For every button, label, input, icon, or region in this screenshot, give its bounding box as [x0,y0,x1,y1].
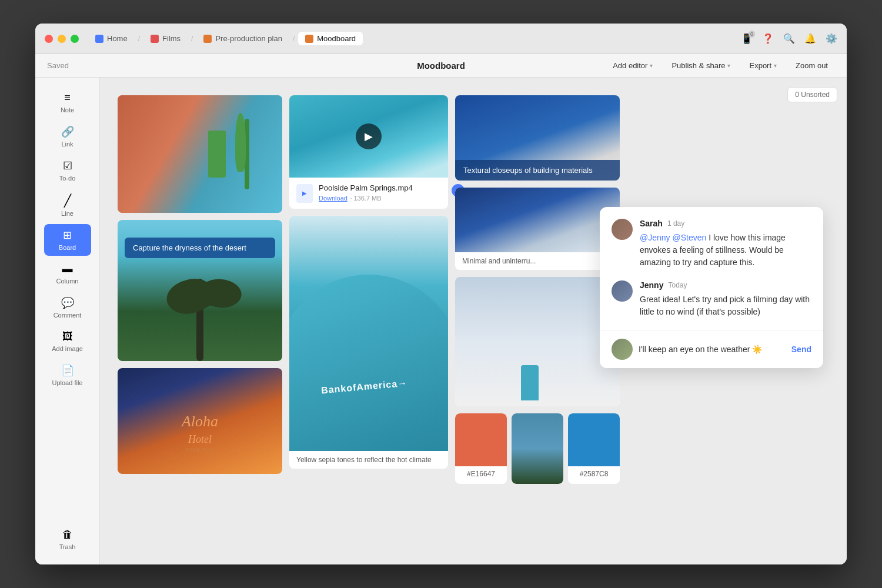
canvas: 0 Unsorted [100,78,847,564]
card-white-building [455,277,620,406]
add-editor-button[interactable]: Add editor ▾ [606,58,660,73]
video-thumbnail: ▶ [289,95,448,178]
titlebar-actions: 📱0 ❓ 🔍 🔔 ⚙️ [741,33,837,44]
comments-panel: Sarah 1 day @Jenny @Steven I love how th… [600,207,823,368]
export-button[interactable]: Export ▾ [742,58,784,73]
video-filesize: 136.7 MB [354,195,382,202]
mention-steven: @Steven [672,233,706,242]
trash-icon: 🗑 [62,529,73,541]
menubar-actions: Add editor ▾ Publish & share ▾ Export ▾ … [606,58,835,73]
help-icon[interactable]: ❓ [762,33,774,44]
maximize-button[interactable] [71,35,79,43]
sidebar-trash-label: Trash [59,543,76,550]
tab-sep-1: / [138,35,140,43]
minimize-button[interactable] [58,35,66,43]
comment-time-sarah: 1 day [667,219,684,228]
comment-content-sarah: Sarah 1 day @Jenny @Steven I love how th… [640,219,811,269]
comment-content-jenny: Jenny Today Great idea! Let's try and pi… [640,280,811,318]
sidebar-board-label: Board [59,244,76,251]
swatches-row: #E16647 #2587C8 [455,413,620,484]
card-minimal-arch-wrapper: 2 Minimal and uninterru... [455,188,620,270]
chevron-down-icon: ▾ [727,62,730,69]
comment-input-area: Send [600,330,823,368]
column-icon: ▬ [62,263,73,275]
sidebar-note-label: Note [61,106,74,113]
app-window: Home / Films / Pre-production plan / Moo… [35,24,847,564]
tab-home[interactable]: Home [88,32,135,45]
card-desert-text: Capture the dryness of the desert [118,220,282,361]
comment-icon: 💬 [61,296,74,309]
sidebar-item-column[interactable]: ▬ Column [44,258,91,289]
tab-films-icon [151,35,159,43]
settings-icon[interactable]: ⚙️ [826,33,837,44]
sidebar-add-image-label: Add image [52,345,83,352]
minimal-arch-caption: Minimal and uninterru... [455,252,620,270]
tab-preproduction[interactable]: Pre-production plan [196,32,289,45]
send-button[interactable]: Send [791,345,811,354]
comment-input[interactable] [639,345,786,354]
upload-file-icon: 📄 [61,364,74,377]
note-icon: ≡ [64,92,71,104]
tab-preproduction-icon [203,35,212,43]
play-button[interactable]: ▶ [356,123,382,149]
search-icon[interactable]: 🔍 [783,33,795,44]
device-badge: 0 [749,31,755,38]
line-icon: ╱ [64,193,71,208]
file-icon: ▶ [296,184,313,203]
sidebar-item-note[interactable]: ≡ Note [44,87,91,118]
sidebar-item-link[interactable]: 🔗 Link [44,121,91,152]
add-image-icon: 🖼 [62,330,73,343]
card-minimal-arch: Minimal and uninterru... [455,188,620,270]
color-hex-orange: #E16647 [455,466,507,482]
sidebar-line-label: Line [61,210,74,217]
comment-author-jenny: Jenny [640,280,663,290]
close-button[interactable] [45,35,53,43]
sidebar-upload-file-label: Upload file [52,379,83,386]
card-curved-building: BankofAmerica→ Yellow sepia tones to ref… [289,216,448,469]
tab-films-label: Films [162,34,181,43]
sidebar-item-line[interactable]: ╱ Line [44,189,91,222]
desert-text-overlay: Capture the dryness of the desert [125,238,275,258]
menubar: Saved Moodboard Add editor ▾ Publish & s… [35,54,847,78]
sidebar-item-trash[interactable]: 🗑 Trash [44,524,91,555]
publish-share-button[interactable]: Publish & share ▾ [664,58,737,73]
todo-icon: ☑ [63,159,72,172]
tab-moodboard[interactable]: Moodboard [298,32,363,45]
video-meta: Poolside Palm Springs.mp4 Download · 136… [319,183,441,203]
mention-jenny: @Jenny [640,233,670,242]
bell-icon[interactable]: 🔔 [804,33,816,44]
sidebar-todo-label: To-do [59,175,76,182]
sidebar-item-add-image[interactable]: 🖼 Add image [44,326,91,357]
comments-list: Sarah 1 day @Jenny @Steven I love how th… [600,207,823,330]
tab-films[interactable]: Films [143,32,188,45]
sidebar-item-comment[interactable]: 💬 Comment [44,292,91,323]
tab-sep-2: / [191,35,193,43]
device-icon[interactable]: 📱0 [741,33,753,44]
image-terracotta [118,95,282,213]
sidebar-item-upload-file[interactable]: 📄 Upload file [44,359,91,391]
card-palms-small [512,413,563,484]
color-hex-blue: #2587C8 [568,466,620,482]
tab-preproduction-label: Pre-production plan [215,34,282,43]
color-swatch-blue: #2587C8 [568,413,620,484]
sidebar-item-board[interactable]: ⊞ Board [44,224,91,256]
zoom-out-button[interactable]: Zoom out [789,58,835,73]
saved-status: Saved [47,61,69,70]
link-icon: 🔗 [61,125,74,138]
bottom-grid [455,277,620,406]
avatar-jenny [612,280,633,302]
comment-item: Sarah 1 day @Jenny @Steven I love how th… [612,219,811,269]
video-download-link[interactable]: Download [319,195,348,202]
comment-author-sarah: Sarah [640,219,663,228]
card-architecture: Textural closeups of building materials [455,95,620,181]
video-filename: Poolside Palm Springs.mp4 [319,183,441,192]
tab-home-icon [95,35,103,43]
card-hotel: AlohaHotel POOL TV-A [118,368,282,474]
color-swatch-orange: #E16647 [455,413,507,484]
sidebar-item-todo[interactable]: ☑ To-do [44,155,91,186]
comment-header-jenny: Jenny Today [640,280,811,290]
avatar-current-user [612,339,633,360]
tab-sep-3: / [293,35,295,43]
chevron-down-icon: ▾ [774,62,777,69]
card-video: ▶ ▶ Poolside Palm Springs.mp4 Download ·… [289,95,448,209]
